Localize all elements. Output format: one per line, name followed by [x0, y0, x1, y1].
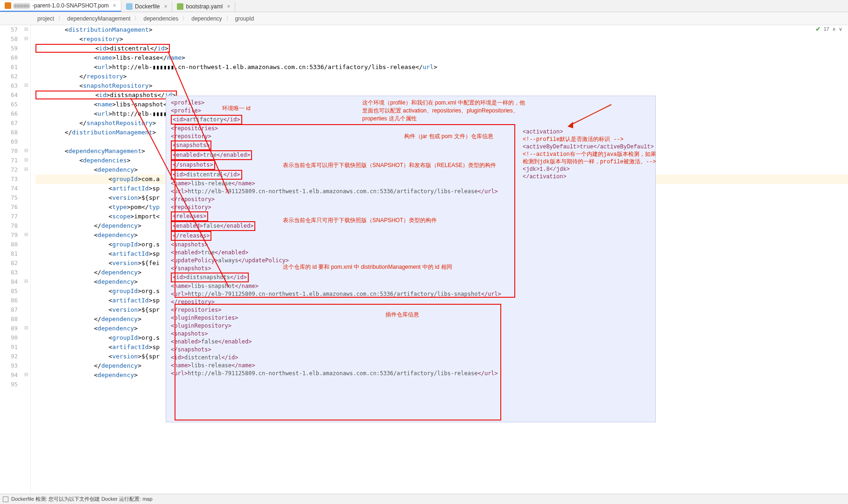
- fold-marker[interactable]: [22, 184, 30, 193]
- breadcrumb-item[interactable]: project: [37, 15, 54, 22]
- fold-marker[interactable]: ⊟: [22, 81, 30, 91]
- code-line[interactable]: <name>libs-release</name>: [35, 53, 848, 63]
- fold-marker[interactable]: [22, 315, 30, 324]
- fold-marker[interactable]: [22, 361, 30, 371]
- fold-marker[interactable]: [22, 352, 30, 361]
- breadcrumb-item[interactable]: dependencies: [143, 15, 178, 22]
- breadcrumb-item[interactable]: dependency: [191, 15, 222, 22]
- close-icon[interactable]: ×: [164, 3, 167, 10]
- maven-icon: [5, 2, 11, 9]
- fold-marker[interactable]: [22, 128, 30, 137]
- close-icon[interactable]: ×: [113, 2, 116, 9]
- fold-marker[interactable]: [22, 203, 30, 212]
- code-line[interactable]: <repository>: [35, 35, 848, 44]
- annot-profile-id: 环境唯一 id: [222, 105, 251, 112]
- code-line[interactable]: </repository>: [35, 72, 848, 81]
- line-number: 76: [0, 203, 18, 212]
- fold-marker[interactable]: ⊟: [22, 371, 30, 380]
- line-number: 71: [0, 156, 18, 165]
- fold-marker[interactable]: [22, 240, 30, 249]
- tab-pom[interactable]: ▮▮▮▮▮-parent-1.0.0-SNAPSHOT.pom ×: [0, 0, 121, 12]
- fold-marker[interactable]: [22, 100, 30, 109]
- breadcrumb-item[interactable]: dependencyManagement: [67, 15, 130, 22]
- breadcrumb-item[interactable]: groupId: [235, 15, 254, 22]
- gutter: 5758596061626364656667686970717273747576…: [0, 25, 22, 497]
- close-icon[interactable]: ×: [227, 3, 230, 10]
- fold-marker[interactable]: [22, 53, 30, 63]
- line-number: 85: [0, 287, 18, 296]
- fold-marker[interactable]: [22, 175, 30, 184]
- fold-marker[interactable]: ⊟: [22, 25, 30, 35]
- chevron-right-icon: 〉: [226, 14, 231, 22]
- fold-marker[interactable]: [22, 91, 30, 100]
- fold-marker[interactable]: [22, 63, 30, 72]
- chevron-right-icon: 〉: [182, 14, 188, 22]
- line-number: 86: [0, 296, 18, 305]
- line-number: 91: [0, 343, 18, 352]
- fold-marker[interactable]: ⊟: [22, 277, 30, 287]
- fold-marker[interactable]: [22, 72, 30, 81]
- line-number: 93: [0, 361, 18, 371]
- fold-marker[interactable]: ⊟: [22, 156, 30, 165]
- code-line[interactable]: <url>http://elb-▮▮▮▮▮▮.cn-northwest-1.el…: [35, 63, 848, 72]
- svg-marker-1: [568, 122, 573, 128]
- fold-marker[interactable]: [22, 137, 30, 147]
- code-line[interactable]: <distributionManagement>: [35, 25, 848, 35]
- line-number: 62: [0, 72, 18, 81]
- line-number: 79: [0, 231, 18, 240]
- statusbar-icon[interactable]: [3, 497, 8, 502]
- line-number: 80: [0, 240, 18, 249]
- code-line[interactable]: <id>distcentral</id>: [35, 44, 848, 53]
- docker-icon: [126, 3, 133, 10]
- fold-marker[interactable]: [22, 287, 30, 296]
- fold-marker[interactable]: ⊟: [22, 231, 30, 240]
- tab-dockerfile[interactable]: Dockerfile ×: [121, 1, 172, 12]
- status-bar: Dockerfile 检测: 您可以为以下文件创建 Docker 运行配置: m…: [0, 494, 848, 504]
- fold-marker[interactable]: [22, 259, 30, 268]
- line-number: 87: [0, 305, 18, 315]
- line-number: 83: [0, 268, 18, 277]
- fold-marker[interactable]: [22, 380, 30, 389]
- fold-marker[interactable]: [22, 249, 30, 259]
- line-number: 82: [0, 259, 18, 268]
- code-line[interactable]: <snapshotRepository>: [35, 81, 848, 91]
- fold-marker[interactable]: [22, 343, 30, 352]
- line-number: 60: [0, 53, 18, 63]
- repositories-box: [175, 124, 515, 298]
- fold-marker[interactable]: [22, 193, 30, 203]
- line-number: 90: [0, 333, 18, 343]
- line-number: 95: [0, 380, 18, 389]
- fold-marker[interactable]: [22, 44, 30, 53]
- fold-marker[interactable]: [22, 333, 30, 343]
- fold-marker[interactable]: ⊟: [22, 147, 30, 156]
- annot-profile-desc: 这个环境（profile）和我们在 pom.xml 中配置的环境是一样的，他里面…: [362, 99, 526, 123]
- fold-marker[interactable]: ⊟: [22, 35, 30, 44]
- line-number: 61: [0, 63, 18, 72]
- status-message: Dockerfile 检测: 您可以为以下文件创建 Docker 运行配置: m…: [11, 496, 153, 503]
- side-line: </activation>: [523, 174, 567, 180]
- fold-column[interactable]: ⊟⊟⊟⊟⊟⊟⊟⊟⊟⊟: [22, 25, 31, 497]
- line-number: 74: [0, 184, 18, 193]
- activation-annotation: <activation> <!--profile默认是否激活的标识 --> <a…: [523, 105, 663, 181]
- line-number: 63: [0, 81, 18, 91]
- fold-marker[interactable]: [22, 109, 30, 119]
- fold-marker[interactable]: [22, 268, 30, 277]
- line-number: 72: [0, 165, 18, 175]
- line-number: 78: [0, 221, 18, 231]
- fold-marker[interactable]: [22, 221, 30, 231]
- tab-bootstrap-yaml[interactable]: bootstrap.yaml ×: [172, 1, 235, 12]
- side-line: <!--activation有一个内建的java版本检测，如果: [523, 151, 663, 158]
- fold-marker[interactable]: [22, 296, 30, 305]
- fold-marker[interactable]: ⊟: [22, 324, 30, 333]
- fold-marker[interactable]: [22, 212, 30, 221]
- side-line: <activeByDefault>true</activeByDefault>: [523, 144, 654, 150]
- line-number: 66: [0, 109, 18, 119]
- side-line: <activation>: [523, 129, 563, 135]
- fold-marker[interactable]: [22, 119, 30, 128]
- fold-marker[interactable]: ⊟: [22, 165, 30, 175]
- fold-marker[interactable]: [22, 305, 30, 315]
- line-number: 57: [0, 25, 18, 35]
- line-number: 89: [0, 324, 18, 333]
- breadcrumb: project 〉 dependencyManagement 〉 depende…: [0, 12, 848, 25]
- line-number: 68: [0, 128, 18, 137]
